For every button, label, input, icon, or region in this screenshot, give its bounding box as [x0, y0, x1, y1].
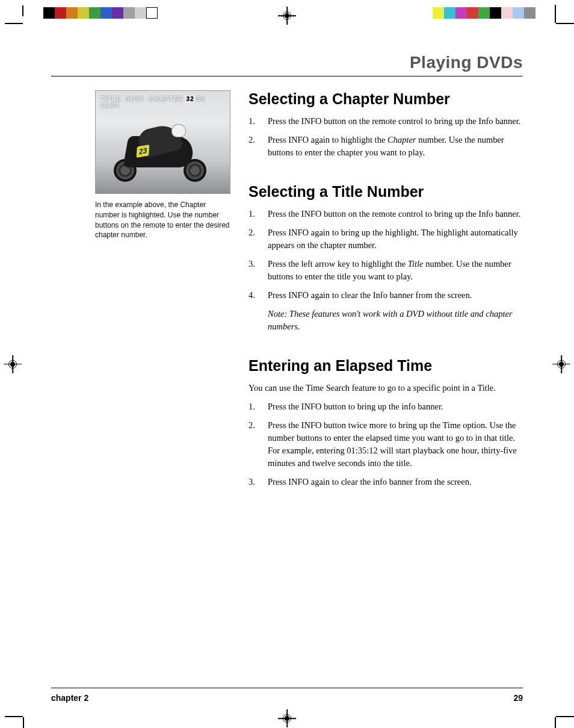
page-footer: chapter 2 29	[51, 688, 523, 703]
section-title: Playing DVDs	[51, 53, 523, 72]
color-swatch	[478, 7, 490, 19]
crop-mark-icon	[545, 12, 574, 29]
step-item: Press the left arrow key to highlight th…	[248, 258, 523, 283]
heading-select-chapter: Selecting a Chapter Number	[248, 90, 523, 108]
main-column: Selecting a Chapter Number Press the INF…	[248, 90, 523, 488]
color-swatch	[135, 7, 146, 19]
color-swatch	[112, 7, 123, 19]
page-content: TITLE 01/01 CHAPTER 32/50 12:84 23 In th…	[95, 90, 523, 668]
overlay-chapter-highlight: 32	[185, 96, 195, 102]
overlay-title-label: TITLE	[100, 96, 121, 102]
motorcycle-graphic: 23	[114, 124, 210, 184]
color-swatch	[43, 7, 55, 19]
color-swatch	[89, 7, 100, 19]
step-item: Press INFO again to clear the info banne…	[248, 476, 523, 488]
color-swatch	[433, 7, 444, 19]
step-item: Press the INFO button on the remote cont…	[248, 115, 523, 128]
step-item: Press the INFO button on the remote cont…	[248, 208, 523, 220]
side-column: TITLE 01/01 CHAPTER 32/50 12:84 23 In th…	[95, 90, 230, 240]
steps-select-chapter: Press the INFO button on the remote cont…	[248, 115, 523, 159]
color-swatch	[78, 7, 89, 19]
color-swatch	[123, 7, 135, 19]
info-banner-overlay: TITLE 01/01 CHAPTER 32/50 12:84	[100, 96, 225, 109]
overlay-chapter-label: CHAPTER	[149, 96, 184, 102]
crop-mark-icon	[5, 12, 34, 29]
steps-elapsed-time: Press the INFO button to bring up the in…	[248, 400, 523, 488]
steps-select-title: Press the INFO button on the remote cont…	[248, 208, 523, 302]
color-swatch	[100, 7, 112, 19]
crop-mark-icon	[545, 711, 574, 728]
color-swatch	[513, 7, 524, 19]
color-swatch	[501, 7, 513, 19]
registration-mark-icon	[280, 9, 294, 22]
registration-mark-icon	[555, 358, 568, 371]
footer-chapter: chapter 2	[51, 693, 88, 703]
color-swatches-left	[43, 7, 158, 19]
step-item: Press INFO again to clear the Info banne…	[248, 289, 523, 302]
step-item: Press INFO again to highlight the Chapte…	[248, 134, 523, 159]
registration-mark-icon	[6, 358, 19, 371]
color-swatch	[490, 7, 501, 19]
heading-select-title: Selecting a Title Number	[248, 183, 523, 201]
intro-elapsed-time: You can use the Time Search feature to g…	[248, 382, 523, 394]
heading-elapsed-time: Entering an Elapsed Time	[248, 357, 523, 375]
color-swatch	[146, 7, 158, 19]
step-item: Press the INFO button to bring up the in…	[248, 400, 523, 413]
color-swatch	[55, 7, 66, 19]
overlay-chapter-total: /50	[195, 96, 206, 102]
page-header: Playing DVDs	[51, 53, 523, 76]
example-caption: In the example above, the Chapter number…	[95, 200, 230, 240]
color-swatch	[524, 7, 535, 19]
color-swatch	[467, 7, 478, 19]
print-marks-top	[0, 0, 574, 30]
step-item: Press INFO again to bring up the highlig…	[248, 226, 523, 252]
overlay-time: 12:84	[100, 102, 120, 109]
note-text: Note: These features won't work with a D…	[248, 308, 523, 333]
example-screenshot: TITLE 01/01 CHAPTER 32/50 12:84 23	[95, 90, 230, 194]
registration-mark-icon	[280, 712, 294, 725]
color-swatches-right	[433, 7, 535, 19]
color-swatch	[66, 7, 78, 19]
footer-page-number: 29	[513, 693, 523, 703]
step-item: Press the INFO button twice more to brin…	[248, 419, 523, 470]
color-swatch	[444, 7, 455, 19]
color-swatch	[455, 7, 467, 19]
crop-mark-icon	[5, 711, 34, 728]
overlay-title-value: 01/01	[126, 96, 144, 102]
